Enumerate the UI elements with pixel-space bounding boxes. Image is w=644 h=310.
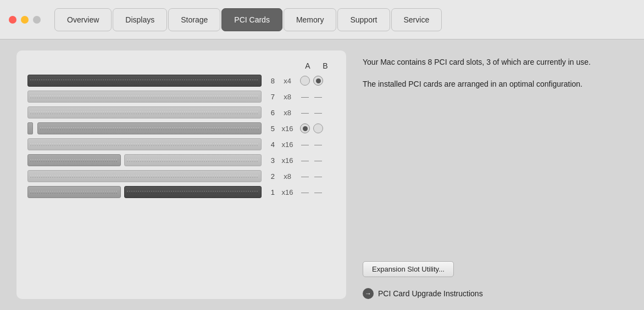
arrow-right-icon: → <box>363 288 374 299</box>
slot-num-1: 1 <box>265 188 275 196</box>
tab-memory[interactable]: Memory <box>284 8 337 31</box>
slot-row-6: 6 x8 — — <box>27 106 335 119</box>
slot-speed-7: x8 <box>278 93 297 101</box>
slot-row-5: 5 x16 <box>27 122 335 134</box>
slot-8-radio-a[interactable] <box>300 76 310 86</box>
maximize-button[interactable] <box>33 16 41 24</box>
slot-panel: A B 8 x4 <box>16 50 346 299</box>
info-panel: Your Mac contains 8 PCI card slots, 3 of… <box>363 50 628 299</box>
slot-num-5: 5 <box>265 125 275 133</box>
col-b-label: B <box>317 61 334 70</box>
expansion-slot-utility-button[interactable]: Expansion Slot Utility... <box>363 261 454 277</box>
tab-service[interactable]: Service <box>391 8 442 31</box>
slot-num-2: 2 <box>265 172 275 181</box>
slot-speed-3: x16 <box>278 156 297 165</box>
info-text-1: Your Mac contains 8 PCI card slots, 3 of… <box>363 56 628 68</box>
slot-speed-6: x8 <box>278 109 297 117</box>
tab-storage[interactable]: Storage <box>168 8 220 31</box>
tab-support[interactable]: Support <box>337 8 390 31</box>
slot-indicators-7: — — <box>300 92 335 101</box>
slot-indicators-1: — — <box>300 188 335 196</box>
titlebar: Overview Displays Storage PCI Cards Memo… <box>0 0 644 40</box>
slot-row-2: 2 x8 — — <box>27 170 335 182</box>
info-text-2: The installed PCI cards are arranged in … <box>363 78 628 90</box>
slot-speed-8: x4 <box>278 77 297 85</box>
slot-5-radio-b[interactable] <box>313 123 323 133</box>
slot-num-8: 8 <box>265 77 275 85</box>
slot-5-radio-a[interactable] <box>300 123 310 133</box>
slot-num-7: 7 <box>265 93 275 101</box>
column-headers: A B <box>27 61 335 70</box>
tab-displays[interactable]: Displays <box>113 8 167 31</box>
slot-num-3: 3 <box>265 156 275 165</box>
slot-indicators-3: — — <box>300 156 335 165</box>
slot-indicators-2: — — <box>300 172 335 181</box>
info-description: Your Mac contains 8 PCI card slots, 3 of… <box>363 56 628 91</box>
slot-row-3: 3 x16 — — <box>27 154 335 166</box>
slot-num-4: 4 <box>265 140 275 149</box>
slot-indicators-6: — — <box>300 108 335 117</box>
upgrade-instructions-link[interactable]: → PCI Card Upgrade Instructions <box>363 288 628 299</box>
slot-row-4: 4 x16 — — <box>27 138 335 150</box>
window-controls <box>9 16 41 24</box>
slot-speed-2: x8 <box>278 172 297 181</box>
slot-speed-5: x16 <box>278 125 297 133</box>
slot-8-radio-b[interactable] <box>313 76 323 86</box>
slot-bars-8 <box>27 75 262 87</box>
col-a-label: A <box>299 61 317 70</box>
slot-row-7: 7 x8 — — <box>27 91 335 103</box>
slot-row-8: 8 x4 <box>27 75 335 87</box>
slot-speed-4: x16 <box>278 140 297 149</box>
close-button[interactable] <box>9 16 16 24</box>
tab-pci-cards[interactable]: PCI Cards <box>221 8 282 31</box>
slot-indicators-4: — — <box>300 140 335 149</box>
tab-overview[interactable]: Overview <box>54 8 112 31</box>
minimize-button[interactable] <box>21 16 29 24</box>
slot-speed-1: x16 <box>278 188 297 196</box>
slot-num-6: 6 <box>265 109 275 117</box>
slot-indicators-8 <box>300 76 335 86</box>
slot-row-1: 1 x16 — — <box>27 186 335 198</box>
slot-indicators-5 <box>300 123 335 133</box>
tab-bar: Overview Displays Storage PCI Cards Memo… <box>54 0 442 39</box>
main-content: A B 8 x4 <box>0 40 644 310</box>
